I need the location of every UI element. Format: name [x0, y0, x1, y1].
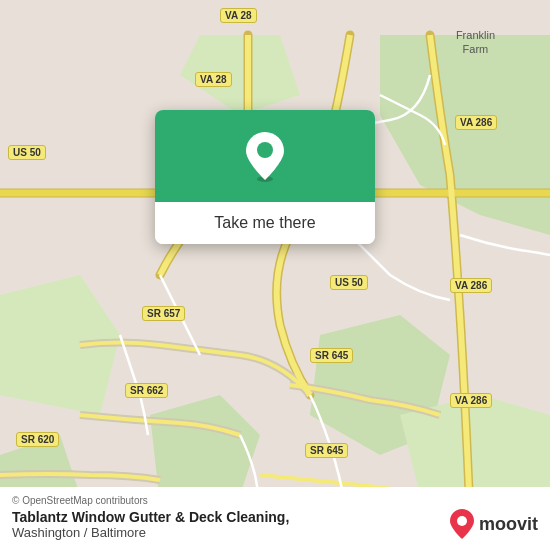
popup-header: [155, 110, 375, 202]
attribution-text: © OpenStreetMap contributors: [12, 495, 538, 506]
svg-point-13: [457, 516, 467, 526]
road-label-va286-right-bot: VA 286: [450, 393, 492, 408]
road-label-sr662: SR 662: [125, 383, 168, 398]
road-label-sr645-bot: SR 645: [305, 443, 348, 458]
road-label-va28-mid: VA 28: [195, 72, 232, 87]
franklin-farm-label: FranklinFarm: [456, 28, 495, 57]
road-label-sr657: SR 657: [142, 306, 185, 321]
moovit-text: moovit: [479, 514, 538, 535]
bottom-bar: © OpenStreetMap contributors Tablantz Wi…: [0, 487, 550, 550]
moovit-logo: moovit: [449, 508, 538, 540]
popup-card: Take me there: [155, 110, 375, 244]
map-container: VA 28 VA 28 US 50 VA 286 US 50 VA 286 SR…: [0, 0, 550, 550]
moovit-pin-icon: [449, 508, 475, 540]
road-label-va286-right-mid: VA 286: [450, 278, 492, 293]
svg-point-12: [257, 142, 273, 158]
location-pin-icon: [243, 130, 287, 182]
take-me-there-button[interactable]: Take me there: [155, 202, 375, 244]
road-label-va286-right-top: VA 286: [455, 115, 497, 130]
svg-marker-0: [380, 35, 550, 235]
road-label-us50-left: US 50: [8, 145, 46, 160]
road-label-sr620: SR 620: [16, 432, 59, 447]
road-label-us50-bottom: US 50: [330, 275, 368, 290]
road-label-va28-top: VA 28: [220, 8, 257, 23]
road-label-sr645-mid: SR 645: [310, 348, 353, 363]
